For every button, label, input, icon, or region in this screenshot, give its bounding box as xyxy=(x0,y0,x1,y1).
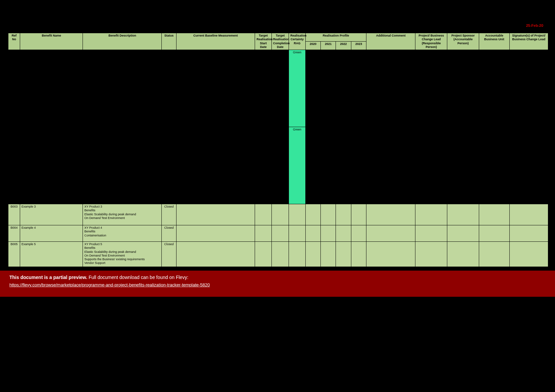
hidden-cell xyxy=(321,127,336,204)
cell-2021 xyxy=(321,242,336,267)
col-benefit-description: Benefit Description xyxy=(83,33,162,50)
hidden-cell xyxy=(83,50,162,127)
hidden-cell xyxy=(255,50,271,127)
hidden-cell xyxy=(366,127,415,204)
col-baseline: Current Baseline Measurement xyxy=(176,33,255,50)
hidden-cell xyxy=(176,50,255,127)
cell-2022 xyxy=(336,225,351,242)
cell-desc: XY Product 4 Benefits Containerisation xyxy=(83,225,162,242)
cell-target-end xyxy=(271,225,289,242)
cell-desc: XY Product 5 Benefits Elastic Scalabilit… xyxy=(83,242,162,267)
hidden-cell xyxy=(351,50,366,127)
hidden-cell xyxy=(447,50,479,127)
cell-sponsor xyxy=(447,242,479,267)
hidden-cell xyxy=(271,50,289,127)
cell-status: Closed xyxy=(162,204,176,225)
cell-desc: XY Product 3 Benefits Elastic Scalabilit… xyxy=(83,204,162,225)
cell-2020 xyxy=(305,242,320,267)
cell-name: Example 3 xyxy=(20,204,83,225)
cell-2021 xyxy=(321,225,336,242)
cell-2020 xyxy=(305,225,320,242)
cell-signature xyxy=(509,242,548,267)
cell-2023 xyxy=(351,225,366,242)
col-2023: 2023 xyxy=(351,42,366,50)
cell-unit xyxy=(479,242,509,267)
cell-2023 xyxy=(351,242,366,267)
hidden-cell xyxy=(20,127,83,204)
preview-banner: This document is a partial preview. Full… xyxy=(0,271,555,298)
hidden-cell xyxy=(255,127,271,204)
hidden-cell xyxy=(305,50,320,127)
benefits-tracker-table: Ref No Benefit Name Benefit Description … xyxy=(8,33,548,267)
col-benefit-name: Benefit Name xyxy=(20,33,83,50)
cell-sponsor xyxy=(447,204,479,225)
cell-target-start xyxy=(255,204,271,225)
cell-lead xyxy=(415,204,447,225)
table-row-hidden-2: Green xyxy=(8,127,548,204)
cell-name: Example 4 xyxy=(20,225,83,242)
hidden-cell xyxy=(271,127,289,204)
hidden-cell xyxy=(321,50,336,127)
cell-lead xyxy=(415,242,447,267)
cell-ref: B005 xyxy=(8,242,20,267)
cell-2020 xyxy=(305,204,320,225)
cell-signature xyxy=(509,204,548,225)
hidden-cell xyxy=(8,50,20,127)
cell-status: Closed xyxy=(162,242,176,267)
table-row: B005 Example 5 XY Product 5 Benefits Ela… xyxy=(8,242,548,267)
col-additional-comment: Additional Comment xyxy=(366,33,415,50)
cell-unit xyxy=(479,204,509,225)
cell-status: Closed xyxy=(162,225,176,242)
col-target-start: Target Realisation Start Date xyxy=(255,33,271,50)
hidden-cell xyxy=(479,50,509,127)
hidden-cell xyxy=(336,127,351,204)
hidden-cell xyxy=(336,50,351,127)
col-2022: 2022 xyxy=(336,42,351,50)
cell-rag xyxy=(289,204,305,225)
banner-rest: Full document download can be found on F… xyxy=(89,275,188,280)
col-ref-no: Ref No xyxy=(8,33,20,50)
col-sponsor: Project Sponsor (Accountable Person) xyxy=(447,33,479,50)
col-2020: 2020 xyxy=(305,42,320,50)
hidden-cell xyxy=(20,50,83,127)
cell-target-start xyxy=(255,225,271,242)
cell-baseline xyxy=(176,225,255,242)
cell-rag xyxy=(289,242,305,267)
hidden-cell xyxy=(447,127,479,204)
hidden-cell xyxy=(305,127,320,204)
hidden-cell xyxy=(176,127,255,204)
cell-lead xyxy=(415,225,447,242)
cell-rag xyxy=(289,225,305,242)
hidden-cell xyxy=(509,50,548,127)
date-stamp: 25-Feb-20 xyxy=(526,23,543,27)
cell-target-start xyxy=(255,242,271,267)
cell-ref: B003 xyxy=(8,204,20,225)
hidden-cell xyxy=(509,127,548,204)
rag-cell: Green xyxy=(289,50,305,127)
cell-unit xyxy=(479,225,509,242)
col-status: Status xyxy=(162,33,176,50)
cell-baseline xyxy=(176,242,255,267)
hidden-cell xyxy=(162,127,176,204)
hidden-cell xyxy=(83,127,162,204)
hidden-cell xyxy=(479,127,509,204)
rag-cell: Green xyxy=(289,127,305,204)
hidden-cell xyxy=(162,50,176,127)
hidden-cell xyxy=(8,127,20,204)
col-realisation-profile: Realisation Profile xyxy=(305,33,366,42)
table-row: B003 Example 3 XY Product 3 Benefits Ela… xyxy=(8,204,548,225)
cell-ref: B004 xyxy=(8,225,20,242)
col-change-lead: Project/ Business Change Lead (Responsib… xyxy=(415,33,447,50)
col-signature: Signature(s) of Project/ Business Change… xyxy=(509,33,548,50)
cell-2022 xyxy=(336,242,351,267)
cell-target-end xyxy=(271,242,289,267)
cell-2022 xyxy=(336,204,351,225)
cell-comment xyxy=(366,204,415,225)
col-2021: 2021 xyxy=(321,42,336,50)
cell-2023 xyxy=(351,204,366,225)
table-row-hidden-1: Green xyxy=(8,50,548,127)
col-rag: Realisation Certainty RAG xyxy=(289,33,305,50)
col-accountable-unit: Accountable Business Unit xyxy=(479,33,509,50)
banner-link[interactable]: https://flevy.com/browse/marketplace/pro… xyxy=(9,282,210,287)
cell-comment xyxy=(366,242,415,267)
